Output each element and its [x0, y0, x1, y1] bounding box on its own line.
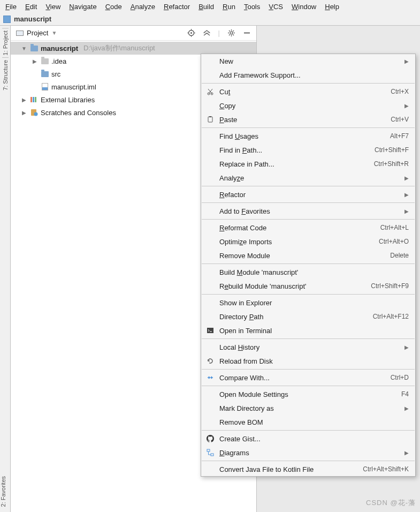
ctx-item-label: Rebuild Module 'manuscript'	[219, 282, 366, 290]
ctx-remove-bom[interactable]: Remove BOM	[201, 415, 415, 429]
ctx-find-usages[interactable]: Find UsagesAlt+F7	[201, 129, 415, 143]
svg-rect-26	[208, 117, 212, 122]
blank-icon	[205, 190, 215, 199]
menu-help[interactable]: Help	[325, 3, 339, 11]
github-icon	[205, 434, 215, 443]
ctx-item-label: Replace in Path...	[219, 160, 370, 168]
svg-line-14	[229, 34, 230, 35]
gutter-tab-favorites[interactable]: 2: Favorites	[0, 474, 11, 509]
blank-icon	[205, 282, 215, 290]
menu-vcs[interactable]: VCS	[269, 3, 283, 11]
ctx-refactor[interactable]: Refactor▶	[201, 187, 415, 201]
submenu-arrow-icon: ▶	[404, 175, 409, 181]
ctx-item-shortcut: Ctrl+Shift+F	[375, 146, 409, 154]
blank-icon	[205, 268, 215, 276]
ctx-item-label: Add to Favorites	[219, 207, 398, 215]
ctx-item-shortcut: Ctrl+Alt+O	[379, 238, 409, 245]
blank-icon	[205, 343, 215, 351]
context-menu-separator	[202, 430, 415, 431]
svg-line-25	[208, 89, 212, 94]
ctx-item-label: Optimize Imports	[219, 238, 375, 246]
expand-arrow-icon[interactable]: ▼	[20, 46, 28, 51]
menu-window[interactable]: Window	[292, 3, 316, 11]
menu-build[interactable]: Build	[198, 3, 214, 11]
blank-icon	[205, 390, 215, 398]
ctx-item-shortcut: Ctrl+X	[391, 88, 409, 95]
ctx-item-shortcut: F4	[401, 390, 409, 398]
ctx-create-gist-[interactable]: Create Gist...	[201, 432, 415, 446]
menu-navigate[interactable]: Navigate	[69, 3, 96, 11]
context-menu-separator	[202, 83, 415, 84]
ctx-local-history[interactable]: Local History▶	[201, 340, 415, 354]
ctx-replace-in-path-[interactable]: Replace in Path...Ctrl+Shift+R	[201, 157, 415, 171]
ctx-mark-directory-as[interactable]: Mark Directory as▶	[201, 401, 415, 415]
gutter-tab-project[interactable]: 1: Project	[2, 28, 9, 57]
compare-icon	[205, 373, 215, 382]
menu-run[interactable]: Run	[223, 3, 235, 11]
ctx-item-label: Show in Explorer	[219, 299, 409, 307]
blank-icon	[205, 71, 215, 79]
expand-arrow-icon[interactable]: ▶	[31, 58, 39, 64]
sidebar-header: Project ▼ |	[11, 26, 256, 41]
menu-file[interactable]: File	[5, 3, 17, 11]
expand-arrow-icon[interactable]: ▶	[20, 97, 28, 103]
ctx-directory-path[interactable]: Directory PathCtrl+Alt+F12	[201, 310, 415, 323]
ctx-new[interactable]: New▶	[201, 54, 415, 68]
blank-icon	[205, 207, 215, 215]
blank-icon	[205, 418, 215, 426]
ctx-paste[interactable]: PasteCtrl+V	[201, 112, 415, 126]
chevron-down-icon[interactable]: ▼	[51, 30, 57, 36]
ctx-item-shortcut: Ctrl+Shift+R	[374, 160, 409, 168]
ctx-copy[interactable]: Copy▶	[201, 99, 415, 112]
breadcrumb-project[interactable]: manuscript	[14, 15, 51, 23]
ctx-compare-with-[interactable]: Compare With...Ctrl+D	[201, 371, 415, 385]
ctx-item-label: Paste	[219, 116, 386, 124]
ctx-optimize-imports[interactable]: Optimize ImportsCtrl+Alt+O	[201, 235, 415, 249]
scratch-icon	[30, 109, 39, 116]
gutter-tab-structure[interactable]: 7: Structure	[2, 57, 9, 93]
menu-analyze[interactable]: Analyze	[131, 3, 155, 11]
breadcrumb-bar: manuscript	[0, 13, 420, 26]
ctx-convert-java-file-to-kotlin-file[interactable]: Convert Java File to Kotlin FileCtrl+Alt…	[201, 462, 415, 476]
ctx-find-in-path-[interactable]: Find in Path...Ctrl+Shift+F	[201, 143, 415, 157]
menu-tools[interactable]: Tools	[244, 3, 260, 11]
ctx-item-shortcut: Ctrl+Alt+F12	[373, 313, 409, 320]
diagram-icon	[205, 448, 215, 457]
ctx-item-label: Open Module Settings	[219, 390, 397, 398]
ctx-item-label: Local History	[219, 343, 398, 351]
submenu-arrow-icon: ▶	[404, 58, 409, 64]
ctx-item-label: Mark Directory as	[219, 404, 398, 412]
ctx-item-shortcut: Ctrl+Shift+F9	[371, 282, 409, 290]
locate-icon[interactable]	[187, 29, 195, 37]
ctx-open-in-terminal[interactable]: Open in Terminal	[201, 323, 415, 337]
expand-arrow-icon[interactable]: ▶	[20, 110, 28, 116]
ctx-build-module-manuscript-[interactable]: Build Module 'manuscript'	[201, 265, 415, 279]
ctx-reload-from-disk[interactable]: Reload from Disk	[201, 354, 415, 368]
ctx-open-module-settings[interactable]: Open Module SettingsF4	[201, 387, 415, 401]
ctx-item-shortcut: Delete	[390, 252, 409, 259]
ctx-add-framework-support-[interactable]: Add Framework Support...	[201, 68, 415, 82]
context-menu-separator	[202, 263, 415, 264]
ctx-add-to-favorites[interactable]: Add to Favorites▶	[201, 204, 415, 218]
menu-refactor[interactable]: Refactor	[164, 3, 190, 11]
ctx-cut[interactable]: CutCtrl+X	[201, 85, 415, 99]
menu-code[interactable]: Code	[105, 3, 122, 11]
hide-icon[interactable]	[243, 29, 251, 37]
ctx-rebuild-module-manuscript-[interactable]: Rebuild Module 'manuscript'Ctrl+Shift+F9	[201, 279, 415, 293]
ctx-reformat-code[interactable]: Reformat CodeCtrl+Alt+L	[201, 221, 415, 235]
ctx-item-shortcut: Ctrl+Alt+L	[380, 224, 409, 231]
tree-row-manuscript[interactable]: ▼manuscriptD:\java制作\manuscript	[11, 42, 256, 55]
ctx-analyze[interactable]: Analyze▶	[201, 171, 415, 185]
collapse-all-icon[interactable]	[203, 29, 211, 37]
ctx-diagrams[interactable]: Diagrams▶	[201, 446, 415, 460]
ctx-item-shortcut: Alt+F7	[390, 132, 409, 140]
ctx-remove-module[interactable]: Remove ModuleDelete	[201, 249, 415, 262]
ctx-item-label: Compare With...	[219, 374, 386, 382]
menu-edit[interactable]: Edit	[25, 3, 37, 11]
svg-line-13	[233, 34, 234, 35]
menu-view[interactable]: View	[45, 3, 60, 11]
ctx-show-in-explorer[interactable]: Show in Explorer	[201, 296, 415, 310]
blank-icon	[205, 146, 215, 154]
sidebar-title[interactable]: Project	[27, 29, 48, 37]
gear-icon[interactable]	[227, 29, 235, 37]
